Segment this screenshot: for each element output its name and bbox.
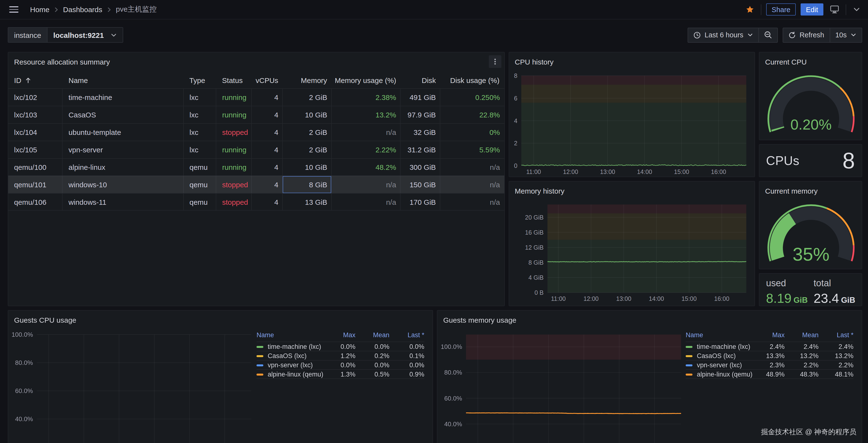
legend-row[interactable]: alpine-linux (qemu)1.3%0.5%0.9% xyxy=(256,370,424,379)
cell-memory: 2 GiB xyxy=(283,89,332,106)
cell-disk-usage: 0.250% xyxy=(440,89,504,106)
legend-value-mean: 0.5% xyxy=(355,370,390,379)
legend-value-last: 48.1% xyxy=(818,370,854,379)
table-row-lxc-104[interactable]: lxc/104ubuntu-templatelxcstopped42 GiBn/… xyxy=(8,123,504,141)
y-axis-label: 0 B xyxy=(534,289,544,296)
cell-vcpus: 4 xyxy=(251,159,283,176)
cell-name: ubuntu-template xyxy=(63,124,184,141)
cell-type: lxc xyxy=(184,124,216,141)
legend-row[interactable]: time-machine (lxc)0.0%0.0%0.0% xyxy=(256,342,424,351)
table-row-qemu-101[interactable]: qemu/101windows-10qemustopped48 GiBn/a15… xyxy=(8,176,504,193)
tv-kiosk-icon[interactable] xyxy=(828,3,841,16)
memory-history-chart[interactable]: 0 B4 GiB8 GiB12 GiB16 GiB20 GiB11:0012:0… xyxy=(509,181,755,306)
table-row-lxc-105[interactable]: lxc/105vpn-serverlxcrunning42 GiB2.22%31… xyxy=(8,141,504,158)
column-header-name[interactable]: Name xyxy=(63,72,184,88)
legend-header-max[interactable]: Max xyxy=(326,330,355,342)
refresh-interval-value: 10s xyxy=(835,31,847,39)
refresh-button[interactable]: Refresh xyxy=(783,27,830,42)
legend-row[interactable]: time-machine (lxc)2.4%2.4%2.4% xyxy=(686,342,854,351)
total-number: 23.4 xyxy=(814,291,839,306)
table-row-lxc-103[interactable]: lxc/103CasaOSlxcrunning410 GiB13.2%97.9 … xyxy=(8,106,504,123)
panel-resource-allocation-summary: Resource allocation summary IDNameTypeSt… xyxy=(8,52,504,306)
column-header-type[interactable]: Type xyxy=(184,72,216,88)
y-axis-label: 4 GiB xyxy=(528,274,544,281)
refresh-interval-select[interactable]: 10s xyxy=(830,27,862,42)
instance-select[interactable]: localhost:9221 xyxy=(48,28,123,42)
table-row-qemu-100[interactable]: qemu/100alpine-linuxqemurunning410 GiB48… xyxy=(8,158,504,176)
legend-header-mean[interactable]: Mean xyxy=(784,330,818,342)
cell-status: stopped xyxy=(216,176,251,193)
menu-toggle-icon[interactable] xyxy=(6,3,22,16)
series-color-swatch xyxy=(686,364,692,366)
column-header-disk-usage[interactable]: Disk usage (%) xyxy=(440,72,504,88)
column-header-vcpus[interactable]: vCPUs xyxy=(251,72,283,88)
panel-title: Guests memory usage xyxy=(443,311,517,329)
column-header-disk[interactable]: Disk xyxy=(401,72,440,88)
y-axis-label: 6 xyxy=(514,95,517,102)
legend-header-max[interactable]: Max xyxy=(754,330,784,342)
legend-value-max: 48.9% xyxy=(754,370,784,379)
zoom-out-button[interactable] xyxy=(759,27,778,42)
breadcrumb-home[interactable]: Home xyxy=(27,5,52,13)
y-axis-label: 100.0% xyxy=(12,331,33,338)
divider xyxy=(761,4,762,15)
legend-value-max: 0.0% xyxy=(326,360,355,370)
column-header-memory[interactable]: Memory xyxy=(283,72,332,88)
cell-name: CasaOS xyxy=(63,106,184,123)
chevron-right-icon xyxy=(53,6,59,12)
favorite-star-icon[interactable] xyxy=(744,3,756,16)
legend-value-mean: 0.2% xyxy=(355,351,390,360)
cell-memory-usage: 2.38% xyxy=(332,89,401,106)
cell-status: stopped xyxy=(216,194,251,210)
legend-row[interactable]: vpn-server (lxc)2.3%2.2%2.2% xyxy=(686,360,854,370)
cell-disk-usage: 0% xyxy=(440,124,504,141)
cell-type: qemu xyxy=(184,194,216,210)
breadcrumb-dashboard-title[interactable]: pve主机监控 xyxy=(113,5,159,14)
panel-menu-kebab-icon[interactable] xyxy=(489,55,501,68)
legend-header-mean[interactable]: Mean xyxy=(355,330,390,342)
legend-value-mean: 48.3% xyxy=(784,370,818,379)
cell-vcpus: 4 xyxy=(251,176,283,193)
cell-status: running xyxy=(216,141,251,158)
panel-title: Current memory xyxy=(765,181,818,200)
legend-header-name[interactable]: Name xyxy=(686,330,754,342)
column-header-status[interactable]: Status xyxy=(216,72,251,88)
share-button[interactable]: Share xyxy=(767,3,796,16)
x-axis-label: 11:00 xyxy=(551,295,566,302)
total-unit: GiB xyxy=(841,295,856,304)
panel-title: Guests CPU usage xyxy=(14,311,76,329)
legend-series-name: CasaOS (lxc) xyxy=(256,351,326,360)
cell-id: lxc/104 xyxy=(8,124,63,141)
column-header-id[interactable]: ID xyxy=(8,72,63,88)
cell-memory-usage: 48.2% xyxy=(332,159,401,176)
time-range-picker[interactable]: Last 6 hours xyxy=(688,27,759,42)
table-row-qemu-106[interactable]: qemu/106windows-11qemustopped413 GiBn/a1… xyxy=(8,193,504,211)
cell-status: running xyxy=(216,106,251,123)
breadcrumb-dashboards[interactable]: Dashboards xyxy=(60,5,105,13)
legend-row[interactable]: CasaOS (lxc)1.2%0.2%0.1% xyxy=(256,351,424,360)
series-color-swatch xyxy=(256,346,263,348)
chevron-down-icon[interactable] xyxy=(851,4,862,15)
gauge-value-label: 0.20% xyxy=(790,116,831,133)
legend-row[interactable]: alpine-linux (qemu)48.9%48.3%48.1% xyxy=(686,370,854,379)
cell-status: stopped xyxy=(216,124,251,141)
cell-vcpus: 4 xyxy=(251,194,283,210)
cell-id: qemu/106 xyxy=(8,194,63,210)
used-value: 8.19GiB xyxy=(766,291,808,306)
cell-id: lxc/105 xyxy=(8,141,63,158)
gauge-value-arc xyxy=(776,218,792,259)
legend-value-mean: 0.0% xyxy=(355,360,390,370)
legend-row[interactable]: vpn-server (lxc)0.0%0.0%0.0% xyxy=(256,360,424,370)
edit-button[interactable]: Edit xyxy=(801,3,824,16)
column-header-memory-usage[interactable]: Memory usage (%) xyxy=(332,72,401,88)
legend-row[interactable]: CasaOS (lxc)13.3%13.2%13.2% xyxy=(686,351,854,360)
chevron-down-icon xyxy=(747,32,753,38)
dashboard-toolbar: instance localhost:9221 Last 6 hours xyxy=(8,27,862,43)
legend-header-name[interactable]: Name xyxy=(256,330,326,342)
legend-value-max: 1.3% xyxy=(326,370,355,379)
legend-header-last[interactable]: Last * xyxy=(390,330,424,342)
table-row-lxc-102[interactable]: lxc/102time-machinelxcrunning42 GiB2.38%… xyxy=(8,88,504,106)
cpus-stat-label: CPUs xyxy=(766,153,799,168)
cpu-history-chart[interactable]: 0246811:0012:0013:0014:0015:0016:00 xyxy=(509,52,755,177)
legend-header-last[interactable]: Last * xyxy=(818,330,854,342)
